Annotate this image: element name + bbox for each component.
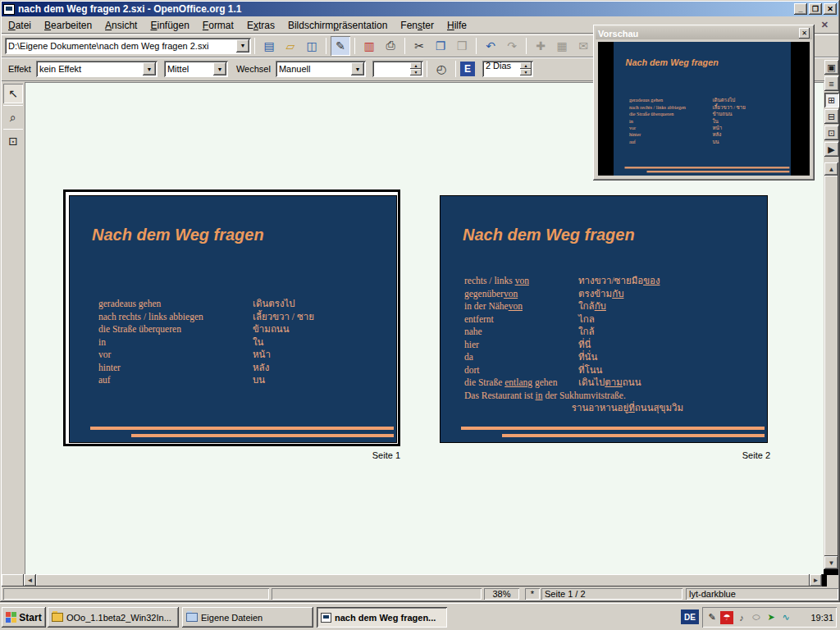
scroll-down-icon[interactable]: ▼ (824, 556, 838, 569)
transition-value[interactable]: Manuell (276, 64, 351, 74)
preview-window[interactable]: Vorschau ✕ Nach dem Weg fragen geradeaus… (593, 25, 815, 180)
url-value[interactable]: D:\Eigene Dokumente\nach dem Weg fragen … (5, 41, 236, 51)
close-button[interactable]: ✕ (824, 3, 837, 15)
dias-down-icon[interactable]: ▼ (520, 69, 532, 75)
slides-per-row-spinner[interactable]: 2 Dias ▲▼ (482, 61, 533, 77)
german-term: geradeaus gehen (629, 97, 713, 103)
transition-dropdown-icon[interactable]: ▼ (351, 62, 364, 75)
slide-show-button[interactable]: ▶ (824, 142, 839, 157)
speed-combobox[interactable]: Mittel ▼ (164, 61, 228, 77)
layout-name[interactable]: lyt-darkblue (686, 588, 838, 600)
tray-volume-icon[interactable]: ♪ (735, 611, 748, 624)
time-spinner[interactable]: ▲▼ (372, 61, 423, 77)
preview-close-icon[interactable]: ✕ (799, 28, 810, 39)
minimize-button[interactable]: _ (794, 3, 807, 15)
menu-format[interactable]: Format (196, 18, 240, 33)
dias-up-icon[interactable]: ▲ (520, 62, 532, 69)
toolbar-separator (3, 105, 23, 106)
gallery-icon: ▦ (552, 36, 572, 56)
slide-sorter-view-button[interactable]: ⊞ (824, 93, 839, 107)
vocab-row: vorหน้า (98, 349, 393, 362)
german-term: nach rechts / links abbiegen (98, 311, 253, 324)
vocab-row: hierที่นี่ (464, 339, 764, 352)
page-indicator[interactable]: Seite 1 / 2 (541, 588, 682, 600)
export-pdf-icon[interactable]: ▥ (359, 36, 379, 56)
menu-hilfe[interactable]: Hilfe (441, 18, 473, 33)
tray-update-icon[interactable]: ➤ (765, 611, 778, 624)
accent-bar (131, 434, 394, 437)
vocab-row: rechts / links vonทางขวา/ซายมือของ (464, 275, 764, 288)
transition-combobox[interactable]: Manuell ▼ (276, 61, 366, 77)
menu-extras[interactable]: Extras (240, 18, 281, 33)
menu-einfgen[interactable]: Einfügen (144, 18, 195, 33)
zoom-level[interactable]: 38% (484, 588, 519, 600)
slide-2[interactable]: Nach dem Weg fragen rechts / links vonทา… (440, 195, 768, 443)
undo-icon[interactable]: ↶ (481, 36, 500, 56)
thai-term: ใกล้ (578, 326, 595, 336)
task-button-3[interactable]: nach dem Weg fragen... (317, 607, 447, 628)
menu-bildschirmprsentation[interactable]: Bildschirmpräsentation (281, 18, 394, 33)
vocab-row: nach rechts / links abbiegenเลี้ยวขวา / … (629, 104, 789, 111)
start-button[interactable]: Start (2, 607, 46, 628)
url-combobox[interactable]: D:\Eigene Dokumente\nach dem Weg fragen … (5, 38, 251, 54)
thai-term: หน้า (253, 349, 271, 359)
restore-button[interactable]: ❐ (809, 3, 822, 15)
dias-value[interactable]: 2 Dias (482, 61, 520, 77)
save-icon[interactable]: ◫ (302, 36, 322, 56)
accent-bar (461, 427, 765, 430)
german-term: die Straße entlang gehen (464, 377, 578, 390)
outline-view-button[interactable]: ≡ (824, 76, 839, 91)
menu-ansicht[interactable]: Ansicht (98, 18, 144, 33)
copy-icon[interactable]: ❐ (431, 36, 450, 56)
tray-graphics-icon[interactable]: ∿ (779, 611, 792, 624)
select-tool-button[interactable]: ↖ (3, 84, 23, 103)
close-document-icon[interactable]: ✕ (818, 19, 832, 31)
effect-dropdown-icon[interactable]: ▼ (143, 62, 156, 75)
slide-title: Nach dem Weg fragen (92, 226, 264, 244)
tray-pen-icon[interactable]: ✎ (705, 611, 719, 624)
start-label: Start (19, 612, 41, 623)
tray-antivirus-icon[interactable]: ☂ (720, 611, 733, 624)
effect-combobox[interactable]: kein Effekt ▼ (36, 61, 158, 77)
scroll-left-icon[interactable]: ◄ (24, 574, 36, 587)
rehearse-timings-icon[interactable]: ◴ (431, 59, 451, 79)
time-down-icon[interactable]: ▼ (410, 69, 422, 75)
notes-view-button[interactable]: ⊟ (824, 109, 839, 124)
tray-mouse-icon[interactable]: ⬭ (750, 611, 763, 624)
speed-value[interactable]: Mittel (164, 64, 213, 74)
edit-mode-icon[interactable]: ✎ (331, 36, 350, 56)
open-icon[interactable]: ▱ (281, 36, 300, 56)
slide-title: Nach dem Weg fragen (463, 226, 635, 244)
vertical-scrollbar[interactable] (824, 176, 838, 556)
presentation-tool-button[interactable]: ⊡ (3, 131, 23, 151)
german-term: vor (629, 125, 713, 131)
impress-task-icon (321, 613, 331, 623)
effect-value[interactable]: kein Effekt (36, 64, 143, 74)
new-document-icon[interactable]: ▤ (259, 36, 279, 56)
scroll-up-icon[interactable]: ▲ (824, 162, 838, 176)
handout-view-button[interactable]: ⊡ (824, 126, 839, 140)
url-dropdown-icon[interactable]: ▼ (236, 39, 249, 52)
keyboard-layout-indicator[interactable]: DE (681, 609, 699, 624)
slide-1[interactable]: Nach dem Weg fragen geradeaus gehenเดินต… (69, 195, 397, 443)
cut-icon[interactable]: ✂ (409, 36, 429, 56)
task-button-2[interactable]: Eigene Dateien (182, 607, 313, 628)
menu-fenster[interactable]: Fenster (394, 18, 441, 33)
accent-bar (90, 427, 394, 430)
preview-title-bar[interactable]: Vorschau ✕ (596, 27, 812, 39)
german-term: gegenübervon (464, 288, 578, 301)
menu-datei[interactable]: Datei (2, 18, 38, 33)
speed-dropdown-icon[interactable]: ▼ (213, 62, 226, 75)
vocab-row: inใน (98, 336, 393, 349)
effects-window-icon[interactable]: E (460, 62, 475, 76)
time-up-icon[interactable]: ▲ (410, 62, 422, 69)
drawing-view-button[interactable]: ▣ (824, 60, 839, 75)
horizontal-scrollbar[interactable] (36, 574, 810, 587)
title-bar[interactable]: nach dem Weg fragen 2.sxi - OpenOffice.o… (2, 2, 838, 16)
scroll-right-icon[interactable]: ► (810, 574, 822, 587)
time-value[interactable] (372, 61, 410, 77)
menu-bearbeiten[interactable]: Bearbeiten (38, 18, 98, 33)
print-icon[interactable]: ⎙ (381, 36, 400, 56)
zoom-tool-button[interactable]: ⌕ (3, 107, 23, 127)
task-button-1[interactable]: OOo_1.1beta2_Win32In... (48, 607, 179, 628)
